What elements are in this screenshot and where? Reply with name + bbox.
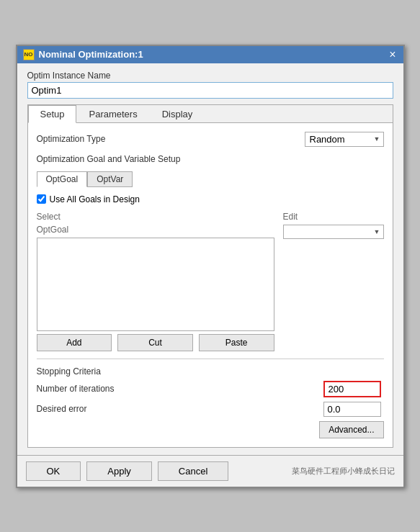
watermark-text: 菜鸟硬件工程师小蜂成长日记 xyxy=(292,466,395,477)
opt-type-select-container: Random Gradient Exhaustive xyxy=(305,132,384,147)
two-panel: Select OptGoal Add Cut Paste Edit xyxy=(37,212,384,351)
edit-dropdown[interactable] xyxy=(283,225,384,239)
desired-error-input[interactable] xyxy=(323,402,381,417)
edit-dropdown-wrapper xyxy=(283,225,384,239)
main-window: NO Nominal Optimization:1 × Optim Instan… xyxy=(16,45,405,488)
apply-button[interactable]: Apply xyxy=(86,461,152,481)
advanced-row: Advanced... xyxy=(37,421,384,438)
stopping-section: Stopping Criteria Number of iterations D… xyxy=(37,359,384,438)
right-panel: Edit xyxy=(283,212,384,351)
title-bar-left: NO Nominal Optimization:1 xyxy=(23,49,143,60)
tab-content-setup: Optimization Type Random Gradient Exhaus… xyxy=(28,123,393,447)
optgoal-label: OptGoal xyxy=(37,225,274,235)
subtab-optgoal[interactable]: OptGoal xyxy=(37,171,88,187)
iterations-row: Number of iterations xyxy=(37,381,384,397)
desired-error-label: Desired error xyxy=(37,404,87,414)
instance-name-label: Optim Instance Name xyxy=(27,71,393,81)
opt-type-select[interactable]: Random Gradient Exhaustive xyxy=(305,132,384,147)
subtab-optvar[interactable]: OptVar xyxy=(87,171,133,187)
ok-button[interactable]: OK xyxy=(26,461,81,481)
opt-type-label: Optimization Type xyxy=(37,134,106,144)
tab-bar: Setup Parameters Display xyxy=(28,105,393,123)
tab-display[interactable]: Display xyxy=(150,105,205,122)
tab-setup[interactable]: Setup xyxy=(28,105,77,123)
iterations-input[interactable] xyxy=(323,381,381,397)
instance-name-field: Optim Instance Name xyxy=(27,71,393,99)
edit-label: Edit xyxy=(283,212,384,222)
bottom-bar: OK Apply Cancel 菜鸟硬件工程师小蜂成长日记 xyxy=(17,455,403,487)
content-area: Optim Instance Name Setup Parameters Dis… xyxy=(17,63,403,455)
paste-button[interactable]: Paste xyxy=(199,334,274,351)
iterations-label: Number of iterations xyxy=(37,384,115,394)
optgoal-listbox[interactable] xyxy=(37,238,274,331)
advanced-button[interactable]: Advanced... xyxy=(319,421,383,438)
title-bar: NO Nominal Optimization:1 × xyxy=(17,46,403,63)
goal-section-label: Optimization Goal and Variable Setup xyxy=(37,154,384,164)
window-icon: NO xyxy=(23,49,35,60)
use-all-goals-row: Use All Goals in Design xyxy=(37,194,384,204)
goal-button-row: Add Cut Paste xyxy=(37,334,274,351)
use-all-goals-label: Use All Goals in Design xyxy=(50,194,140,204)
instance-name-input[interactable] xyxy=(27,82,393,99)
left-panel: Select OptGoal Add Cut Paste xyxy=(37,212,274,351)
window-title: Nominal Optimization:1 xyxy=(39,49,143,60)
subtab-bar: OptGoal OptVar xyxy=(37,171,384,187)
use-all-goals-checkbox[interactable] xyxy=(37,194,46,204)
desired-error-row: Desired error xyxy=(37,402,384,417)
cut-button[interactable]: Cut xyxy=(117,334,193,351)
opt-type-row: Optimization Type Random Gradient Exhaus… xyxy=(37,132,384,147)
tabs-container: Setup Parameters Display Optimization Ty… xyxy=(27,104,393,448)
tab-parameters[interactable]: Parameters xyxy=(76,105,149,122)
cancel-button[interactable]: Cancel xyxy=(158,461,228,481)
close-button[interactable]: × xyxy=(388,49,397,60)
stopping-title: Stopping Criteria xyxy=(37,366,384,377)
add-button[interactable]: Add xyxy=(37,334,112,351)
select-label: Select xyxy=(37,212,274,222)
